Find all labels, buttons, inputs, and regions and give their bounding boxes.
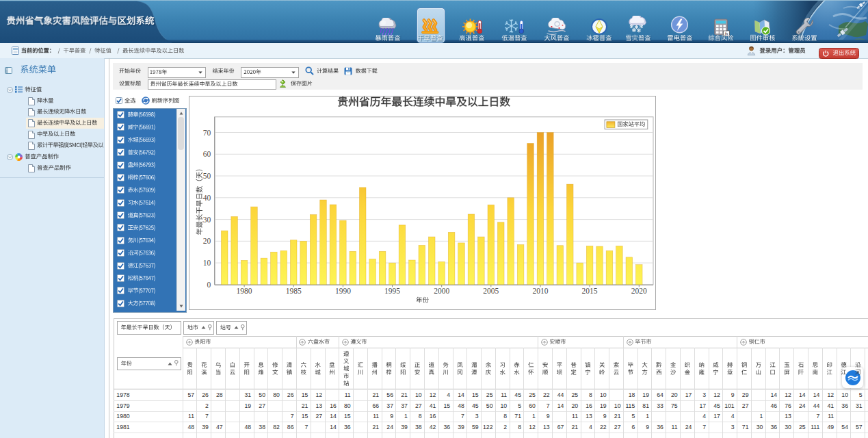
svg-text:2000: 2000 [434, 287, 450, 295]
svg-text:30: 30 [203, 215, 211, 223]
svg-text:1980: 1980 [237, 287, 252, 295]
svg-text:20: 20 [203, 237, 211, 245]
svg-text:1990: 1990 [335, 287, 351, 295]
svg-text:70: 70 [203, 128, 211, 136]
svg-text:fx: fx [725, 31, 728, 36]
svg-text:2010: 2010 [533, 287, 549, 295]
svg-text:1985: 1985 [286, 287, 302, 295]
svg-text:0: 0 [207, 280, 211, 288]
svg-text:60: 60 [203, 150, 211, 158]
svg-text:50: 50 [203, 172, 211, 180]
svg-text:1995: 1995 [384, 287, 400, 295]
svg-text:2020: 2020 [631, 287, 647, 295]
svg-text:40: 40 [203, 193, 211, 201]
svg-text:2015: 2015 [582, 287, 598, 295]
svg-text:10: 10 [203, 259, 211, 267]
svg-text:2005: 2005 [484, 287, 499, 295]
